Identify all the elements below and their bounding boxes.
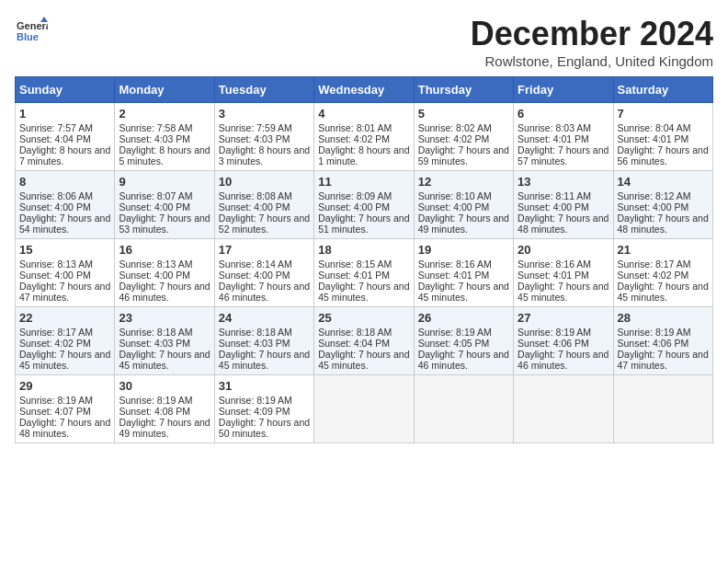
calendar-week-row: 29Sunrise: 8:19 AMSunset: 4:07 PMDayligh…: [16, 375, 713, 443]
calendar-cell: [613, 375, 712, 443]
calendar-table: Sunday Monday Tuesday Wednesday Thursday…: [15, 76, 713, 443]
day-number: 8: [19, 175, 110, 189]
calendar-cell: 29Sunrise: 8:19 AMSunset: 4:07 PMDayligh…: [16, 375, 115, 443]
col-tuesday: Tuesday: [214, 77, 313, 103]
sunset: Sunset: 4:08 PM: [119, 406, 190, 417]
daylight: Daylight: 8 hours and 5 minutes.: [119, 144, 210, 167]
day-number: 24: [219, 311, 310, 325]
sunrise: Sunrise: 8:02 AM: [418, 122, 492, 133]
daylight: Daylight: 7 hours and 50 minutes.: [219, 417, 310, 439]
daylight: Daylight: 7 hours and 47 minutes.: [19, 281, 110, 303]
calendar-cell: 11Sunrise: 8:09 AMSunset: 4:00 PMDayligh…: [314, 171, 414, 239]
daylight: Daylight: 7 hours and 46 minutes.: [518, 349, 609, 371]
sunset: Sunset: 4:03 PM: [119, 338, 190, 349]
daylight: Daylight: 7 hours and 48 minutes.: [618, 213, 709, 235]
calendar-cell: [514, 375, 613, 443]
sunrise: Sunrise: 8:15 AM: [318, 259, 392, 270]
sunrise: Sunrise: 7:57 AM: [19, 122, 93, 133]
calendar-cell: 26Sunrise: 8:19 AMSunset: 4:05 PMDayligh…: [414, 307, 513, 375]
svg-marker-2: [40, 17, 48, 22]
day-number: 21: [618, 243, 709, 257]
sunset: Sunset: 4:01 PM: [518, 133, 589, 144]
daylight: Daylight: 7 hours and 45 minutes.: [318, 281, 409, 303]
daylight: Daylight: 7 hours and 51 minutes.: [318, 213, 409, 235]
day-number: 7: [618, 107, 709, 121]
sunrise: Sunrise: 8:16 AM: [518, 259, 591, 270]
sunset: Sunset: 4:00 PM: [418, 201, 490, 213]
daylight: Daylight: 7 hours and 48 minutes.: [19, 417, 110, 439]
day-number: 15: [19, 243, 110, 257]
calendar-cell: 13Sunrise: 8:11 AMSunset: 4:00 PMDayligh…: [514, 171, 613, 239]
sunrise: Sunrise: 8:17 AM: [19, 327, 93, 338]
sunrise: Sunrise: 8:07 AM: [119, 190, 192, 201]
col-sunday: Sunday: [16, 77, 115, 103]
sunrise: Sunrise: 8:01 AM: [318, 122, 392, 133]
sunrise: Sunrise: 8:06 AM: [19, 190, 93, 201]
sunset: Sunset: 4:02 PM: [19, 338, 91, 349]
daylight: Daylight: 8 hours and 1 minute.: [318, 144, 409, 167]
sunset: Sunset: 4:00 PM: [19, 270, 91, 281]
sunset: Sunset: 4:02 PM: [418, 133, 490, 144]
sunrise: Sunrise: 8:19 AM: [219, 395, 292, 406]
header-row: Sunday Monday Tuesday Wednesday Thursday…: [16, 77, 713, 103]
sunrise: Sunrise: 8:13 AM: [19, 259, 93, 270]
sunrise: Sunrise: 8:17 AM: [618, 259, 691, 270]
sunrise: Sunrise: 8:13 AM: [119, 259, 192, 270]
day-number: 13: [518, 175, 609, 189]
calendar-cell: 1Sunrise: 7:57 AMSunset: 4:04 PMDaylight…: [16, 103, 115, 171]
daylight: Daylight: 8 hours and 7 minutes.: [19, 144, 110, 167]
daylight: Daylight: 7 hours and 54 minutes.: [19, 213, 110, 235]
calendar-cell: 28Sunrise: 8:19 AMSunset: 4:06 PMDayligh…: [613, 307, 712, 375]
sunset: Sunset: 4:02 PM: [318, 133, 390, 144]
daylight: Daylight: 7 hours and 53 minutes.: [119, 213, 210, 235]
calendar-week-row: 1Sunrise: 7:57 AMSunset: 4:04 PMDaylight…: [16, 103, 713, 171]
daylight: Daylight: 7 hours and 57 minutes.: [518, 144, 609, 167]
day-number: 3: [219, 107, 310, 121]
sunset: Sunset: 4:09 PM: [219, 406, 290, 417]
sunrise: Sunrise: 7:58 AM: [119, 122, 192, 133]
sunset: Sunset: 4:03 PM: [219, 338, 290, 349]
daylight: Daylight: 7 hours and 56 minutes.: [618, 144, 709, 167]
svg-text:Blue: Blue: [17, 31, 39, 42]
day-number: 10: [219, 175, 310, 189]
sunset: Sunset: 4:06 PM: [618, 338, 689, 349]
sunset: Sunset: 4:01 PM: [318, 270, 390, 281]
sunset: Sunset: 4:06 PM: [518, 338, 589, 349]
sunset: Sunset: 4:01 PM: [418, 270, 490, 281]
daylight: Daylight: 7 hours and 45 minutes.: [618, 281, 709, 303]
title-block: December 2024 Rowlstone, England, United…: [471, 15, 713, 69]
daylight: Daylight: 7 hours and 46 minutes.: [219, 281, 310, 303]
location-title: Rowlstone, England, United Kingdom: [471, 53, 713, 69]
sunrise: Sunrise: 8:19 AM: [119, 395, 192, 406]
daylight: Daylight: 7 hours and 45 minutes.: [518, 281, 609, 303]
day-number: 12: [418, 175, 509, 189]
calendar-cell: 10Sunrise: 8:08 AMSunset: 4:00 PMDayligh…: [214, 171, 313, 239]
day-number: 30: [119, 379, 210, 393]
calendar-cell: [414, 375, 513, 443]
sunrise: Sunrise: 8:19 AM: [19, 395, 93, 406]
col-thursday: Thursday: [414, 77, 513, 103]
sunrise: Sunrise: 8:19 AM: [418, 327, 492, 338]
calendar-cell: 2Sunrise: 7:58 AMSunset: 4:03 PMDaylight…: [115, 103, 214, 171]
logo: General Blue: [15, 15, 48, 48]
daylight: Daylight: 8 hours and 3 minutes.: [219, 144, 310, 167]
daylight: Daylight: 7 hours and 45 minutes.: [119, 349, 210, 371]
calendar-week-row: 15Sunrise: 8:13 AMSunset: 4:00 PMDayligh…: [16, 239, 713, 307]
sunrise: Sunrise: 8:18 AM: [119, 327, 192, 338]
daylight: Daylight: 7 hours and 59 minutes.: [418, 144, 509, 167]
calendar-cell: 16Sunrise: 8:13 AMSunset: 4:00 PMDayligh…: [115, 239, 214, 307]
daylight: Daylight: 7 hours and 45 minutes.: [318, 349, 409, 371]
sunrise: Sunrise: 8:04 AM: [618, 122, 691, 133]
sunset: Sunset: 4:03 PM: [219, 133, 290, 144]
sunrise: Sunrise: 8:16 AM: [418, 259, 492, 270]
col-monday: Monday: [115, 77, 214, 103]
sunrise: Sunrise: 8:19 AM: [618, 327, 691, 338]
sunset: Sunset: 4:05 PM: [418, 338, 490, 349]
calendar-cell: 4Sunrise: 8:01 AMSunset: 4:02 PMDaylight…: [314, 103, 414, 171]
day-number: 29: [19, 379, 110, 393]
sunset: Sunset: 4:01 PM: [518, 270, 589, 281]
sunrise: Sunrise: 7:59 AM: [219, 122, 292, 133]
sunset: Sunset: 4:01 PM: [618, 133, 689, 144]
sunset: Sunset: 4:00 PM: [119, 201, 190, 213]
calendar-cell: 3Sunrise: 7:59 AMSunset: 4:03 PMDaylight…: [214, 103, 313, 171]
